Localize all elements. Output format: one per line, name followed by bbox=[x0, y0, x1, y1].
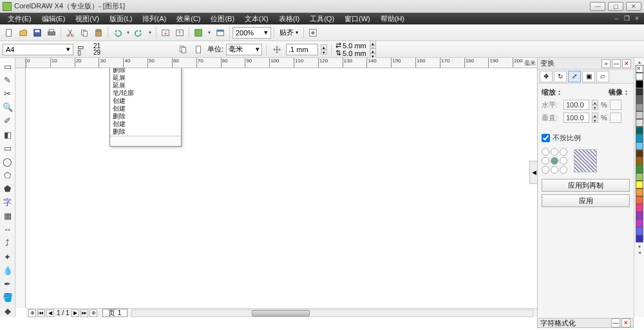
docker-side-tab[interactable]: ◀ bbox=[529, 161, 537, 184]
color-swatch[interactable] bbox=[636, 88, 643, 96]
page-size-combo[interactable]: A4▾ bbox=[3, 44, 73, 55]
color-swatch[interactable] bbox=[636, 181, 643, 188]
ellipse-tool[interactable]: ◯ bbox=[1, 156, 14, 168]
anchor-mr[interactable] bbox=[560, 157, 567, 165]
paste-button[interactable] bbox=[92, 26, 105, 39]
color-swatch[interactable] bbox=[636, 227, 643, 235]
next-page-button[interactable]: ▶ bbox=[71, 309, 79, 317]
menu-file[interactable]: 文件(E) bbox=[3, 14, 37, 24]
rectangle-tool[interactable]: ▭ bbox=[1, 142, 14, 154]
color-swatch[interactable] bbox=[636, 134, 643, 142]
color-swatch[interactable] bbox=[636, 158, 643, 165]
apply-duplicate-button[interactable]: 应用到再制 bbox=[542, 179, 630, 192]
export-button[interactable] bbox=[173, 26, 186, 39]
menu-layout[interactable]: 版面(L) bbox=[104, 14, 137, 24]
redo-button[interactable] bbox=[133, 26, 146, 39]
zoom-combo[interactable]: 200%▾ bbox=[232, 27, 271, 39]
app-launcher-dropdown[interactable]: ▾ bbox=[206, 30, 213, 35]
transform-rotate-tab[interactable]: ↻ bbox=[554, 71, 567, 82]
dimension-tool[interactable]: ↔ bbox=[1, 223, 14, 235]
palette-flyout[interactable]: ◂ bbox=[638, 250, 641, 255]
color-swatch[interactable] bbox=[636, 173, 643, 181]
unit-combo[interactable]: 毫米▾ bbox=[226, 44, 262, 55]
pick-tool[interactable]: ▭ bbox=[1, 60, 14, 73]
fill-tool[interactable]: 🪣 bbox=[1, 291, 14, 304]
menu-help[interactable]: 帮助(H) bbox=[375, 14, 410, 24]
mirror-v-button[interactable] bbox=[610, 113, 621, 123]
undo-history-item[interactable]: 延展 bbox=[110, 82, 181, 89]
undo-history-item[interactable]: 删除 bbox=[110, 68, 181, 74]
all-pages-icon[interactable] bbox=[176, 43, 189, 56]
mdi-restore-button[interactable]: ❐ bbox=[622, 15, 631, 23]
color-swatch[interactable] bbox=[636, 235, 643, 243]
mdi-minimize-button[interactable]: – bbox=[612, 15, 621, 23]
anchor-bc[interactable] bbox=[551, 166, 558, 174]
menu-bitmaps[interactable]: 位图(B) bbox=[205, 14, 240, 24]
nudge-down[interactable]: ▾ bbox=[321, 50, 327, 55]
menu-view[interactable]: 视图(V) bbox=[70, 14, 104, 24]
page-tab-1[interactable]: 页 1 bbox=[102, 309, 127, 317]
apply-button[interactable]: 应用 bbox=[542, 194, 630, 207]
docker-close-button[interactable]: ✕ bbox=[622, 59, 631, 68]
current-page-icon[interactable] bbox=[192, 43, 205, 56]
options-button[interactable] bbox=[307, 26, 319, 39]
undo-history-item[interactable]: 删除 bbox=[110, 128, 181, 136]
mdi-close-button[interactable]: × bbox=[632, 15, 641, 23]
color-swatch[interactable] bbox=[636, 96, 643, 104]
color-swatch[interactable] bbox=[636, 127, 643, 134]
eyedropper-tool[interactable]: 💧 bbox=[1, 264, 14, 277]
menu-edit[interactable]: 编辑(E) bbox=[37, 14, 71, 24]
docker-collapse-button[interactable]: » bbox=[601, 59, 611, 68]
color-swatch[interactable] bbox=[636, 80, 643, 88]
menu-effects[interactable]: 效果(C) bbox=[171, 14, 205, 24]
landscape-icon[interactable]: ▯ bbox=[77, 50, 84, 55]
freehand-tool[interactable]: ✐ bbox=[1, 115, 14, 127]
undo-history-item[interactable]: 删除 bbox=[110, 113, 181, 120]
anchor-ml[interactable] bbox=[542, 157, 549, 165]
color-swatch[interactable] bbox=[636, 111, 643, 119]
nudge-up[interactable]: ▴ bbox=[321, 44, 327, 50]
shape-tool[interactable]: ✎ bbox=[1, 74, 14, 86]
transform-skew-tab[interactable]: ▱ bbox=[596, 71, 609, 82]
color-swatch[interactable] bbox=[636, 142, 643, 150]
anchor-br[interactable] bbox=[560, 166, 567, 174]
mirror-h-button[interactable] bbox=[610, 100, 621, 110]
basic-shapes-tool[interactable]: ⬟ bbox=[1, 183, 14, 195]
transform-scale-tab[interactable]: ⤢ bbox=[568, 71, 581, 82]
color-swatch[interactable] bbox=[636, 204, 643, 212]
zoom-tool[interactable]: 🔍 bbox=[1, 101, 14, 113]
color-swatch[interactable] bbox=[636, 219, 643, 227]
undo-history-item[interactable]: 笔/轮廓 bbox=[110, 89, 181, 97]
char-format-docker-title[interactable]: 字符格式化 — ✕ bbox=[537, 318, 634, 328]
first-page-button[interactable]: ⏮ bbox=[37, 309, 45, 317]
color-swatch[interactable] bbox=[636, 73, 643, 80]
table-tool[interactable]: ▦ bbox=[1, 210, 14, 222]
welcome-button[interactable] bbox=[214, 26, 227, 39]
palette-scroll-down[interactable]: ▾ bbox=[638, 244, 641, 250]
prev-page-button[interactable]: ◀ bbox=[46, 309, 54, 317]
color-swatch[interactable] bbox=[636, 165, 643, 173]
color-swatch[interactable] bbox=[636, 119, 643, 127]
anchor-bl[interactable] bbox=[542, 166, 549, 174]
polygon-tool[interactable]: ⬠ bbox=[1, 169, 14, 181]
last-page-button[interactable]: ⏭ bbox=[80, 309, 88, 317]
non-proportional-checkbox[interactable] bbox=[542, 134, 550, 142]
transform-position-tab[interactable]: ✥ bbox=[540, 71, 553, 82]
crop-tool[interactable]: ✂ bbox=[1, 87, 14, 100]
horizontal-ruler[interactable]: 0102030405060708090100110120130140150160… bbox=[26, 58, 537, 68]
save-button[interactable] bbox=[31, 26, 44, 39]
add-page-after-button[interactable]: ⊕ bbox=[90, 309, 97, 317]
undo-history-item[interactable]: 创建 bbox=[110, 120, 181, 128]
undo-button[interactable] bbox=[111, 26, 124, 39]
color-swatch[interactable] bbox=[636, 196, 643, 204]
vertical-ruler[interactable] bbox=[15, 68, 26, 308]
no-fill-swatch[interactable] bbox=[636, 65, 643, 73]
menu-table[interactable]: 表格(I) bbox=[274, 14, 305, 24]
scrollbar-thumb[interactable] bbox=[252, 310, 310, 316]
h-scale-input[interactable]: 100.0 bbox=[564, 100, 589, 110]
maximize-button[interactable]: ▢ bbox=[608, 2, 623, 11]
nudge-input[interactable]: .1 mm bbox=[286, 44, 318, 55]
open-button[interactable] bbox=[17, 26, 30, 39]
anchor-mc[interactable] bbox=[551, 157, 558, 165]
v-scale-input[interactable]: 100.0 bbox=[564, 113, 589, 123]
